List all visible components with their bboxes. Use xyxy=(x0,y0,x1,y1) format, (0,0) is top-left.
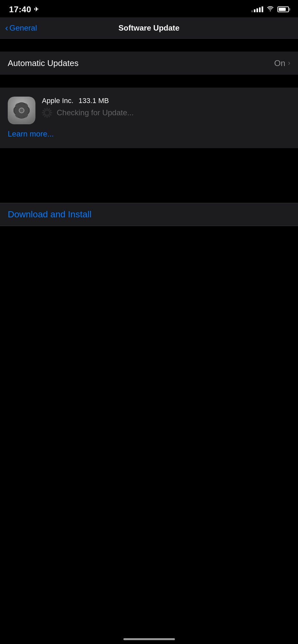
top-spacer xyxy=(0,39,298,52)
spinner xyxy=(42,108,52,118)
location-icon: ✈︎ xyxy=(34,6,39,13)
checking-row: Checking for Update... xyxy=(42,108,290,118)
svg-point-5 xyxy=(20,109,24,112)
update-info-area: Apple Inc. 133.1 MB Checking for Update.… xyxy=(42,97,290,118)
back-chevron-icon: ‹ xyxy=(5,24,8,33)
learn-more-anchor[interactable]: Learn more... xyxy=(8,129,54,138)
app-icon xyxy=(8,97,35,124)
signal-bar-3 xyxy=(256,8,258,12)
automatic-updates-row[interactable]: Automatic Updates On › xyxy=(0,52,298,75)
update-app-row: Apple Inc. 133.1 MB Checking for Update.… xyxy=(8,97,290,124)
automatic-updates-label: Automatic Updates xyxy=(8,58,79,68)
signal-bar-2 xyxy=(254,9,255,12)
download-install-section[interactable]: Download and Install xyxy=(0,203,298,226)
home-indicator xyxy=(123,638,175,640)
update-card-section: Apple Inc. 133.1 MB Checking for Update.… xyxy=(0,88,298,148)
status-icons xyxy=(251,6,289,13)
learn-more-link[interactable]: Learn more... xyxy=(8,124,290,138)
battery-icon xyxy=(277,6,289,12)
signal-bar-1 xyxy=(251,10,253,12)
signal-bar-4 xyxy=(259,7,261,12)
navigation-bar: ‹ General Software Update xyxy=(0,17,298,39)
status-bar: 17:40 ✈︎ xyxy=(0,0,298,17)
back-button[interactable]: ‹ General xyxy=(5,24,37,33)
black-gap xyxy=(0,148,298,190)
update-meta: Apple Inc. 133.1 MB xyxy=(42,97,290,105)
bottom-area xyxy=(0,226,298,419)
checking-text: Checking for Update... xyxy=(57,108,134,117)
automatic-updates-value: On xyxy=(274,58,285,68)
signal-bars xyxy=(251,6,263,12)
status-time: 17:40 ✈︎ xyxy=(9,5,39,14)
update-developer: Apple Inc. xyxy=(42,97,73,105)
chevron-right-icon: › xyxy=(288,59,290,67)
signal-bar-5 xyxy=(262,6,263,12)
download-install-button[interactable]: Download and Install xyxy=(8,209,91,220)
time-display: 17:40 xyxy=(9,5,31,14)
page-title: Software Update xyxy=(119,24,179,33)
automatic-updates-value-container: On › xyxy=(274,58,290,68)
middle-spacer xyxy=(0,75,298,88)
automatic-updates-section: Automatic Updates On › xyxy=(0,52,298,75)
back-label: General xyxy=(9,24,37,33)
wifi-icon xyxy=(266,6,274,13)
update-size: 133.1 MB xyxy=(79,97,109,105)
